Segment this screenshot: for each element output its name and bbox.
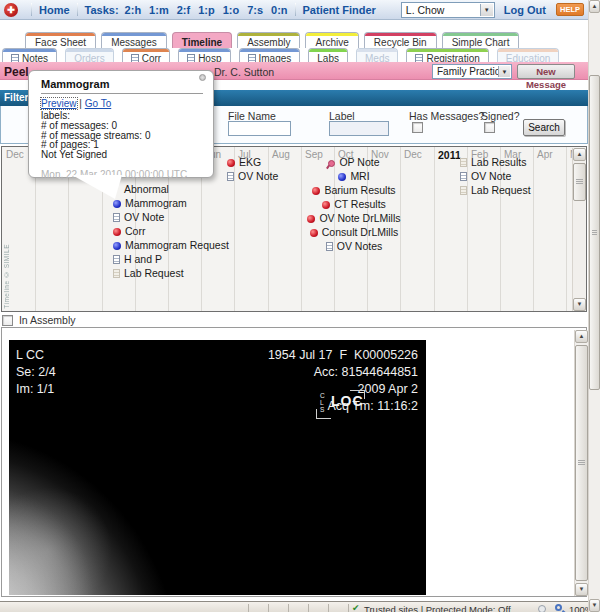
timeline-item-mammogram-request[interactable]: Mammogram Request: [113, 238, 225, 252]
timeline-item-corr[interactable]: Corr: [113, 224, 225, 238]
study-date-label: 2009 Apr 2: [358, 382, 418, 396]
browser-status-bar: ✔ Trusted sites | Protected Mode: Off 10…: [0, 601, 600, 612]
timeline-item-mri[interactable]: MRI: [288, 169, 420, 183]
user-select[interactable]: L. Chow ▼: [401, 2, 495, 18]
in-assembly-checkbox[interactable]: [2, 315, 13, 326]
mammogram-image[interactable]: L CCSe: 2/4Im: 1/1 1954 Jul 17 F K000052…: [9, 340, 426, 595]
task-count-5[interactable]: 7:s: [247, 4, 263, 16]
timeline-item-label: OV Note: [238, 170, 278, 182]
tab-color-stripe: [3, 49, 56, 52]
view-side-label: L CC: [16, 348, 44, 362]
timeline-item-consult-drlmills[interactable]: Consult DrLMills: [288, 225, 420, 239]
timeline-gridline: [434, 147, 435, 311]
marker-letter: S: [320, 406, 325, 413]
zoom-magnifier-icon[interactable]: [555, 604, 562, 611]
timeline-item-mammogram[interactable]: Mammogram: [113, 196, 225, 210]
task-count-6[interactable]: 0:n: [271, 4, 288, 16]
nav-patient-finder-link[interactable]: Patient Finder: [303, 4, 376, 16]
timeline-item-ov-note[interactable]: OV Note: [460, 169, 570, 183]
timeline-month-label: 2011: [438, 149, 461, 161]
tooltip-divider: [41, 93, 203, 94]
link-separator: |: [79, 98, 82, 109]
timeline-item-label: Abnormal: [124, 183, 169, 195]
scroll-down-icon[interactable]: ▼: [589, 599, 600, 612]
in-assembly-row: In Assembly: [2, 314, 76, 328]
has-messages-checkbox[interactable]: [412, 122, 423, 133]
timeline-item-label: Lab Results: [471, 156, 526, 168]
timeline-item-ov-notes[interactable]: OV Notes: [288, 239, 420, 253]
timeline-item-lab-results[interactable]: Lab Results: [460, 155, 570, 169]
timeline-item-label: CT Results: [334, 198, 386, 210]
practice-select[interactable]: Family Practice ▼: [432, 64, 512, 79]
timeline-item-label: OV Note DrLMills: [319, 212, 400, 224]
timeline-item-label: OV Note: [471, 170, 511, 182]
provider-name: Dr. C. Sutton: [205, 66, 274, 78]
scroll-down-icon[interactable]: ▼: [573, 298, 586, 311]
nav-home-link[interactable]: Home: [39, 4, 70, 16]
close-icon[interactable]: [199, 74, 206, 81]
chevron-down-icon[interactable]: ▼: [498, 66, 510, 77]
scrollbar-grip-icon: [576, 179, 583, 184]
scroll-down-icon[interactable]: ▼: [575, 583, 588, 596]
file-name-input[interactable]: [228, 121, 291, 136]
timeline-item-lab-request[interactable]: Lab Request: [460, 183, 570, 197]
red-marker-icon: [227, 159, 235, 167]
timeline-item-ov-note[interactable]: OV Note: [113, 210, 225, 224]
timeline-branding: Timeline © SIMILE: [3, 244, 10, 309]
marker-letters: C L S: [320, 392, 325, 413]
scroll-up-icon[interactable]: ▲: [573, 148, 586, 161]
timeline-item-label: EKG: [239, 156, 261, 168]
new-message-button[interactable]: New Message: [517, 64, 575, 79]
timeline-item-abnormal[interactable]: Abnormal: [113, 182, 225, 196]
timeline-item-label: OV Notes: [337, 240, 383, 252]
dicom-overlay-left: L CCSe: 2/4Im: 1/1: [16, 347, 56, 398]
tab-color-stripe: [240, 49, 300, 52]
timeline-item-ct-results[interactable]: CT Results: [288, 197, 420, 211]
timeline-item-label: MRI: [350, 170, 369, 182]
timeline-item-lab-request[interactable]: Lab Request: [113, 266, 225, 280]
provider-name-label: Dr. C. Sutton: [214, 66, 274, 78]
patient-name: Peel: [4, 65, 29, 79]
timeline-item-op-note[interactable]: OP Note: [288, 155, 420, 169]
timeline-item-ov-note-drlmills[interactable]: OV Note DrLMills: [288, 211, 420, 225]
viewer-scrollbar[interactable]: ▲ ▼: [574, 330, 588, 596]
tab-color-stripe: [306, 33, 357, 36]
go-to-link[interactable]: Go To: [85, 98, 112, 109]
viewer-scrollbar-thumb[interactable]: [575, 345, 588, 581]
timeline-item-barium-results[interactable]: Barium Results: [288, 183, 420, 197]
task-count-4[interactable]: 1:o: [223, 4, 240, 16]
label-input[interactable]: [329, 121, 389, 136]
scroll-up-icon[interactable]: ▲: [589, 0, 600, 13]
help-button[interactable]: HELP: [556, 3, 584, 16]
task-count-3[interactable]: 1:p: [198, 4, 215, 16]
check-icon: ✔: [352, 603, 360, 612]
timeline-item-label: Lab Request: [471, 184, 531, 196]
app-logo-medical-cross-icon: ✚: [4, 3, 18, 17]
task-counts: 2:h1:m2:f1:p1:o7:s0:n: [125, 4, 288, 16]
status-cell-divider: [268, 604, 269, 612]
signed-checkbox[interactable]: [484, 122, 495, 133]
preview-link[interactable]: Preview: [41, 98, 77, 109]
doc-marker-icon: [113, 255, 120, 264]
search-button[interactable]: Search: [523, 119, 565, 136]
timeline-item-label: Consult DrLMills: [322, 226, 398, 238]
blue-marker-icon: [113, 200, 121, 208]
page-scrollbar-thumb[interactable]: [589, 75, 600, 390]
timeline-scrollbar[interactable]: ▲ ▼: [572, 148, 586, 311]
scroll-up-icon[interactable]: ▲: [575, 330, 588, 343]
series-label: Se: 2/4: [16, 365, 56, 379]
log-out-link[interactable]: Log Out: [504, 4, 546, 16]
timeline-item-h-and-p[interactable]: H and P: [113, 252, 225, 266]
task-count-2[interactable]: 2:f: [177, 4, 190, 16]
red-marker-icon: [307, 215, 315, 223]
chevron-down-icon[interactable]: ▼: [480, 4, 493, 16]
timeline-scrollbar-thumb[interactable]: [573, 163, 586, 201]
timeline-event-group: OP NoteMRIBarium ResultsCT ResultsOV Not…: [288, 155, 420, 253]
tab-color-stripe: [407, 49, 487, 52]
task-count-0[interactable]: 2:h: [125, 4, 142, 16]
pin-marker-icon: [328, 160, 335, 167]
task-count-1[interactable]: 1:m: [149, 4, 169, 16]
timeline-item-label: Barium Results: [324, 184, 395, 196]
practice-select-value: Family Practice: [437, 66, 505, 77]
page-scrollbar[interactable]: ▲ ▼: [588, 0, 600, 612]
